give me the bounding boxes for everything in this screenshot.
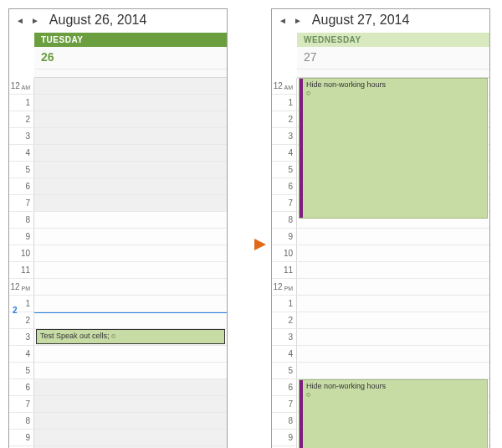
hour-row[interactable]: 3 — [272, 329, 489, 346]
ampm-label: PM — [20, 286, 30, 291]
hour-cell[interactable] — [34, 379, 227, 395]
hour-cell[interactable] — [297, 245, 489, 261]
day-number[interactable]: 27 — [297, 47, 489, 70]
date-title: August 26, 2014 — [49, 13, 147, 28]
hour-cell[interactable] — [297, 363, 489, 378]
hour-row[interactable]: 3 — [9, 128, 227, 145]
calendar-header: ◄ ► August 27, 2014 — [272, 9, 489, 29]
prev-day-button[interactable]: ◄ — [14, 16, 26, 25]
time-grid-right: 12 AM123456789101112 PM1234567891011Hide… — [272, 78, 489, 448]
hour-cell[interactable] — [34, 128, 227, 144]
hour-label: 3 — [272, 128, 297, 144]
hour-cell[interactable] — [34, 111, 227, 127]
hour-cell[interactable] — [297, 296, 489, 312]
hour-row[interactable]: 10 — [9, 245, 227, 262]
hour-cell[interactable] — [34, 162, 227, 178]
allday-zone[interactable] — [297, 70, 489, 78]
next-day-button[interactable]: ► — [292, 16, 304, 25]
hour-row[interactable]: 4 — [9, 346, 227, 363]
hour-row[interactable]: 4 — [272, 346, 489, 363]
hour-row[interactable]: 9 — [272, 229, 489, 245]
hour-label: 3 — [9, 128, 34, 144]
hour-cell[interactable] — [297, 262, 489, 278]
hour-cell[interactable] — [34, 178, 227, 194]
hour-cell[interactable] — [34, 262, 227, 278]
hour-cell[interactable] — [34, 430, 227, 445]
hour-label: 8 — [272, 212, 297, 228]
appointment[interactable]: Hide non-working hours○ — [299, 78, 488, 219]
hour-cell[interactable] — [34, 312, 227, 328]
hour-cell[interactable] — [34, 78, 227, 94]
hour-row[interactable]: 9 — [9, 229, 227, 245]
hour-row[interactable]: 5 — [272, 363, 489, 379]
hour-label: 9 — [272, 430, 297, 445]
hour-row[interactable]: 2 — [9, 111, 227, 128]
hour-row[interactable]: 6 — [9, 178, 227, 195]
calendar-pane-left: ◄ ► August 26, 2014 TUESDAY 26 12 AM1234… — [8, 8, 228, 448]
day-number[interactable]: 26 — [34, 47, 227, 70]
hour-label: 9 — [9, 229, 34, 245]
hour-cell[interactable] — [297, 329, 489, 345]
hour-cell[interactable] — [34, 413, 227, 429]
hour-cell[interactable] — [34, 245, 227, 261]
hour-label: 11 — [272, 262, 297, 278]
transition-arrow — [233, 236, 266, 253]
hour-cell[interactable] — [34, 95, 227, 111]
hour-cell[interactable] — [297, 229, 489, 245]
hour-cell[interactable] — [34, 363, 227, 378]
hour-cell[interactable] — [297, 312, 489, 328]
hour-row[interactable]: 1 — [9, 95, 227, 111]
hour-label: 12 AM — [272, 78, 297, 94]
hour-cell[interactable] — [34, 145, 227, 161]
appointment[interactable]: Hide non-working hours○ — [299, 379, 488, 448]
hour-label: 6 — [9, 178, 34, 194]
hour-row[interactable]: 9 — [9, 430, 227, 446]
hour-label: 5 — [272, 162, 297, 178]
hour-label: 4 — [9, 346, 34, 362]
day-banner: TUESDAY — [34, 33, 227, 47]
appointment[interactable]: Test Speak out cells; ○ — [36, 329, 225, 344]
hour-row[interactable]: 10 — [272, 245, 489, 262]
hour-row[interactable]: 2 — [272, 312, 489, 329]
hour-row[interactable]: 1 — [9, 296, 227, 312]
hour-cell[interactable] — [34, 229, 227, 245]
hour-cell[interactable] — [297, 279, 489, 295]
allday-zone[interactable] — [34, 70, 227, 78]
hour-cell[interactable] — [34, 396, 227, 412]
hour-row[interactable]: 5 — [9, 363, 227, 379]
current-time-line: 2 — [34, 312, 227, 313]
time-grid-left: 12 AM123456789101112 PM12345678910112Tes… — [9, 78, 227, 448]
calendar-header: ◄ ► August 26, 2014 — [9, 9, 227, 29]
hour-row[interactable]: 2 — [9, 312, 227, 329]
hour-label: 1 — [272, 296, 297, 312]
hour-row[interactable]: 12 PM — [9, 279, 227, 296]
hour-row[interactable]: 6 — [9, 379, 227, 396]
hour-cell[interactable] — [34, 212, 227, 228]
hour-label: 9 — [9, 430, 34, 445]
hour-label: 2 — [272, 111, 297, 127]
hour-cell[interactable] — [34, 346, 227, 362]
hour-row[interactable]: 5 — [9, 162, 227, 178]
hour-label: 12 AM — [9, 78, 34, 94]
hour-row[interactable]: 7 — [9, 195, 227, 212]
hour-cell[interactable] — [34, 296, 227, 312]
hour-label: 5 — [9, 162, 34, 178]
hour-row[interactable]: 12 AM — [9, 78, 227, 95]
hour-label: 5 — [272, 363, 297, 378]
hour-cell[interactable] — [34, 279, 227, 295]
hour-row[interactable]: 8 — [9, 212, 227, 229]
svg-marker-1 — [254, 239, 266, 250]
hour-row[interactable]: 8 — [9, 413, 227, 430]
hour-label: 7 — [272, 396, 297, 412]
hour-label: 11 — [9, 262, 34, 278]
hour-cell[interactable] — [297, 346, 489, 362]
hour-row[interactable]: 7 — [9, 396, 227, 413]
prev-day-button[interactable]: ◄ — [277, 16, 289, 25]
hour-row[interactable]: 4 — [9, 145, 227, 162]
hour-cell[interactable] — [34, 195, 227, 211]
hour-row[interactable]: 11 — [9, 262, 227, 279]
next-day-button[interactable]: ► — [29, 16, 41, 25]
hour-row[interactable]: 1 — [272, 296, 489, 312]
hour-row[interactable]: 12 PM — [272, 279, 489, 296]
hour-row[interactable]: 11 — [272, 262, 489, 279]
